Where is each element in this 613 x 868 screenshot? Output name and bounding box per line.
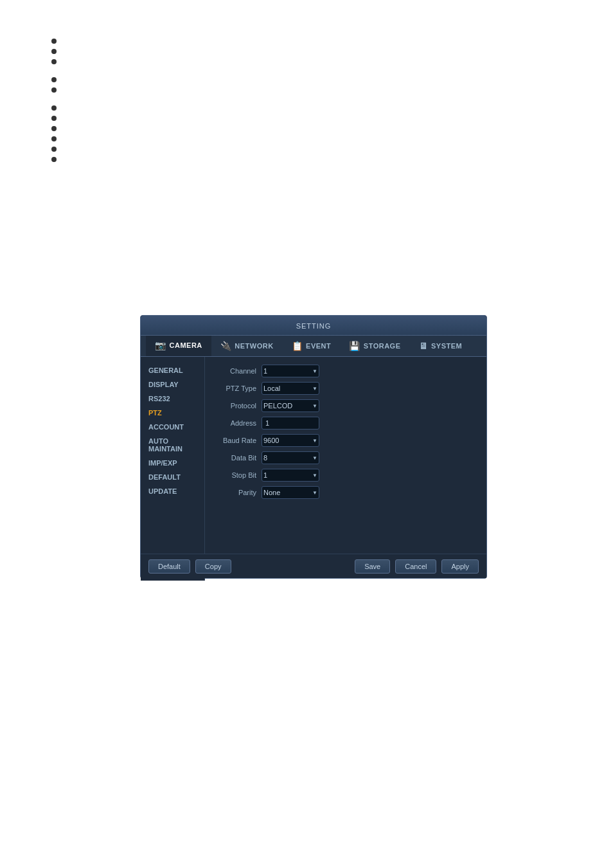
bullet-group-2 [51, 77, 63, 93]
bullet-item [51, 39, 63, 44]
stop-bit-label: Stop Bit [215, 471, 262, 479]
cancel-button[interactable]: Cancel [395, 559, 436, 574]
sidebar-item-default[interactable]: DEFAULT [141, 470, 204, 484]
copy-button[interactable]: Copy [195, 559, 231, 574]
tab-network[interactable]: 🔌 NETWORK [211, 336, 283, 356]
protocol-label: Protocol [215, 402, 262, 410]
bullet-item [51, 147, 63, 152]
baud-rate-control: 9600 ▼ [262, 434, 319, 447]
channel-row: Channel 1 ▼ [215, 365, 476, 377]
bullet-dot [51, 126, 57, 131]
sidebar-item-imp-exp[interactable]: IMP/EXP [141, 456, 204, 470]
parity-control: None ▼ [262, 486, 319, 499]
bullet-item [51, 87, 63, 93]
sidebar-item-ptz[interactable]: PTZ [141, 406, 204, 420]
bullet-dot [51, 49, 57, 54]
data-bit-control: 8 ▼ [262, 451, 319, 464]
data-bit-label: Data Bit [215, 454, 262, 462]
tab-storage-label: STORAGE [364, 342, 401, 350]
protocol-row: Protocol PELCOD ▼ [215, 399, 476, 412]
dialog-title-bar: SETTING [141, 316, 486, 336]
address-input[interactable] [262, 417, 319, 429]
ptz-type-control: Local ▼ [262, 382, 319, 395]
bullet-item [51, 116, 63, 121]
bullet-item [51, 157, 63, 162]
bullet-group-1 [51, 39, 63, 64]
dialog-title-text: SETTING [296, 322, 332, 330]
address-control [262, 417, 319, 429]
sidebar: GENERAL DISPLAY RS232 PTZ ACCOUNT AUTO M… [141, 357, 205, 581]
stop-bit-row: Stop Bit 1 ▼ [215, 469, 476, 482]
baud-rate-label: Baud Rate [215, 437, 262, 444]
bullet-dot [51, 116, 57, 121]
bullet-dot [51, 147, 57, 152]
bullet-item [51, 126, 63, 131]
bullet-dot [51, 77, 57, 82]
camera-tab-icon: 📷 [155, 340, 166, 350]
parity-select[interactable]: None [262, 486, 319, 499]
tab-storage[interactable]: 💾 STORAGE [340, 336, 409, 356]
address-row: Address [215, 417, 476, 429]
system-tab-icon: 🖥 [419, 341, 429, 351]
data-bit-row: Data Bit 8 ▼ [215, 451, 476, 464]
network-tab-icon: 🔌 [220, 341, 232, 351]
channel-select[interactable]: 1 [262, 365, 319, 377]
protocol-select[interactable]: PELCOD [262, 399, 319, 412]
parity-label: Parity [215, 489, 262, 496]
channel-control: 1 ▼ [262, 365, 319, 377]
bullet-dot [51, 87, 57, 93]
bullet-item [51, 49, 63, 54]
dialog-content: GENERAL DISPLAY RS232 PTZ ACCOUNT AUTO M… [141, 357, 486, 581]
bullets-section [51, 39, 63, 175]
sidebar-item-rs232[interactable]: RS232 [141, 392, 204, 406]
baud-rate-select[interactable]: 9600 [262, 434, 319, 447]
dialog-footer: Default Copy Save Cancel Apply [141, 554, 486, 578]
tab-camera-label: CAMERA [170, 341, 202, 349]
bullet-item [51, 77, 63, 82]
ptz-type-label: PTZ Type [215, 384, 262, 392]
tab-system-label: SYSTEM [431, 342, 462, 350]
default-button[interactable]: Default [148, 559, 190, 574]
ptz-type-row: PTZ Type Local ▼ [215, 382, 476, 395]
event-tab-icon: 📋 [292, 341, 303, 351]
bullet-item [51, 136, 63, 141]
sidebar-item-display[interactable]: DISPLAY [141, 377, 204, 392]
address-label: Address [215, 419, 262, 427]
storage-tab-icon: 💾 [349, 341, 360, 351]
protocol-control: PELCOD ▼ [262, 399, 319, 412]
footer-right-buttons: Save Cancel Apply [355, 559, 479, 574]
tab-network-label: NETWORK [235, 342, 273, 350]
bullet-dot [51, 157, 57, 162]
sidebar-item-update[interactable]: UPDATE [141, 484, 204, 498]
sidebar-item-account[interactable]: ACCOUNT [141, 420, 204, 434]
bullet-item [51, 59, 63, 64]
data-bit-select[interactable]: 8 [262, 451, 319, 464]
save-button[interactable]: Save [355, 559, 390, 574]
settings-dialog: SETTING 📷 CAMERA 🔌 NETWORK 📋 EVENT 💾 STO… [140, 315, 487, 579]
tab-system[interactable]: 🖥 SYSTEM [410, 336, 472, 356]
baud-rate-row: Baud Rate 9600 ▼ [215, 434, 476, 447]
tab-event-label: EVENT [306, 342, 331, 350]
channel-label: Channel [215, 367, 262, 375]
bullet-group-3 [51, 105, 63, 162]
bullet-dot [51, 105, 57, 111]
tab-camera[interactable]: 📷 CAMERA [146, 336, 211, 356]
bullet-dot [51, 39, 57, 44]
stop-bit-select[interactable]: 1 [262, 469, 319, 482]
ptz-form: Channel 1 ▼ PTZ Type Local ▼ [205, 357, 486, 581]
parity-row: Parity None ▼ [215, 486, 476, 499]
bullet-dot [51, 136, 57, 141]
bullet-dot [51, 59, 57, 64]
ptz-type-select[interactable]: Local [262, 382, 319, 395]
tab-event[interactable]: 📋 EVENT [283, 336, 341, 356]
sidebar-item-general[interactable]: GENERAL [141, 363, 204, 377]
apply-button[interactable]: Apply [441, 559, 479, 574]
tab-bar: 📷 CAMERA 🔌 NETWORK 📋 EVENT 💾 STORAGE 🖥 S… [141, 336, 486, 357]
bullet-item [51, 105, 63, 111]
footer-left-buttons: Default Copy [148, 559, 231, 574]
stop-bit-control: 1 ▼ [262, 469, 319, 482]
sidebar-item-auto-maintain[interactable]: AUTO MAINTAIN [141, 434, 204, 456]
